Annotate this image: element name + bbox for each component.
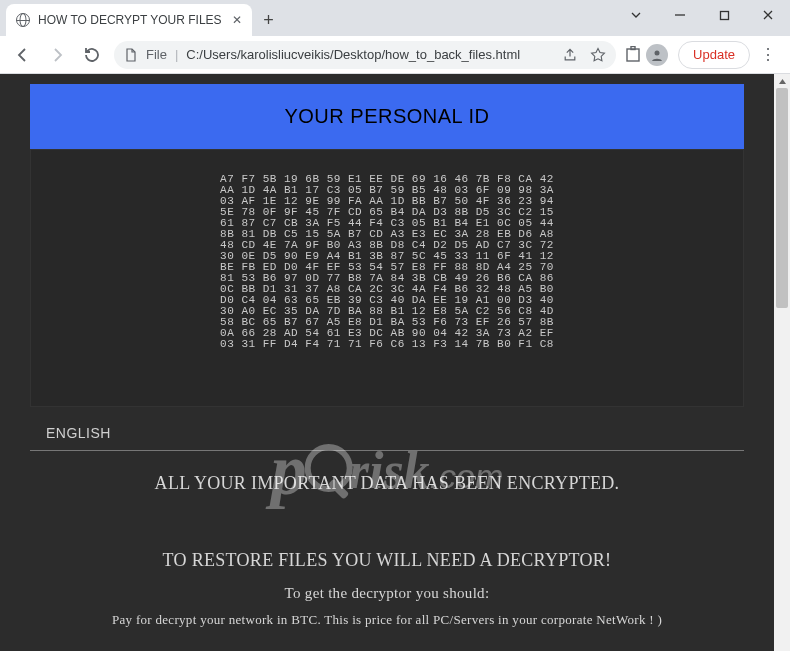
tabstrip-chevron-icon[interactable] bbox=[614, 0, 658, 30]
titlebar: HOW TO DECRYPT YOUR FILES ✕ + bbox=[0, 0, 790, 36]
banner-text: YOUR PERSONAL ID bbox=[284, 105, 489, 128]
svg-rect-2 bbox=[631, 46, 635, 49]
new-tab-button[interactable]: + bbox=[256, 7, 282, 33]
personal-id-hex: A7 F7 5B 19 6B 59 E1 EE DE 69 16 46 7B F… bbox=[30, 149, 744, 407]
language-bar: ENGLISH bbox=[30, 419, 744, 451]
window-maximize-button[interactable] bbox=[702, 0, 746, 30]
svg-rect-0 bbox=[720, 11, 728, 19]
reload-button[interactable] bbox=[76, 40, 106, 70]
browser-menu-icon[interactable]: ⋮ bbox=[754, 41, 782, 69]
scroll-up-icon[interactable] bbox=[774, 74, 790, 88]
back-button[interactable] bbox=[8, 40, 38, 70]
window-minimize-button[interactable] bbox=[658, 0, 702, 30]
file-icon bbox=[124, 48, 138, 62]
update-button[interactable]: Update bbox=[678, 41, 750, 69]
get-decryptor-hint: To get the decryptor you should: bbox=[30, 585, 744, 602]
url-scheme: File bbox=[146, 47, 167, 62]
omnibox[interactable]: File | C:/Users/karolisliucveikis/Deskto… bbox=[114, 41, 616, 69]
viewport: YOUR PERSONAL ID A7 F7 5B 19 6B 59 E1 EE… bbox=[0, 74, 790, 651]
extensions-icon[interactable] bbox=[624, 46, 642, 64]
vertical-scrollbar[interactable] bbox=[774, 74, 790, 651]
share-icon[interactable] bbox=[562, 47, 578, 63]
forward-button[interactable] bbox=[42, 40, 72, 70]
language-label[interactable]: ENGLISH bbox=[46, 425, 111, 441]
update-label: Update bbox=[693, 47, 735, 62]
browser-tab[interactable]: HOW TO DECRYPT YOUR FILES ✕ bbox=[6, 4, 252, 36]
page-content: YOUR PERSONAL ID A7 F7 5B 19 6B 59 E1 EE… bbox=[0, 74, 774, 651]
toolbar: File | C:/Users/karolisliucveikis/Deskto… bbox=[0, 36, 790, 74]
window-close-button[interactable] bbox=[746, 0, 790, 30]
pay-line: Pay for decrypt your network in BTC. Thi… bbox=[30, 612, 744, 628]
encrypted-headline: ALL YOUR IMPORTANT DATA HAS BEEN ENCRYPT… bbox=[30, 473, 744, 494]
svg-rect-1 bbox=[627, 49, 639, 61]
star-icon[interactable] bbox=[590, 47, 606, 63]
globe-icon bbox=[16, 13, 30, 27]
svg-point-3 bbox=[655, 50, 660, 55]
personal-id-banner: YOUR PERSONAL ID bbox=[30, 84, 744, 149]
tab-close-icon[interactable]: ✕ bbox=[230, 13, 244, 27]
tab-title: HOW TO DECRYPT YOUR FILES bbox=[38, 13, 222, 27]
url-path: C:/Users/karolisliucveikis/Desktop/how_t… bbox=[186, 47, 520, 62]
window-controls bbox=[614, 0, 790, 30]
restore-subhead: TO RESTORE FILES YOU WILL NEED A DECRYPT… bbox=[30, 550, 744, 571]
scrollbar-thumb[interactable] bbox=[776, 88, 788, 308]
profile-avatar[interactable] bbox=[646, 44, 668, 66]
